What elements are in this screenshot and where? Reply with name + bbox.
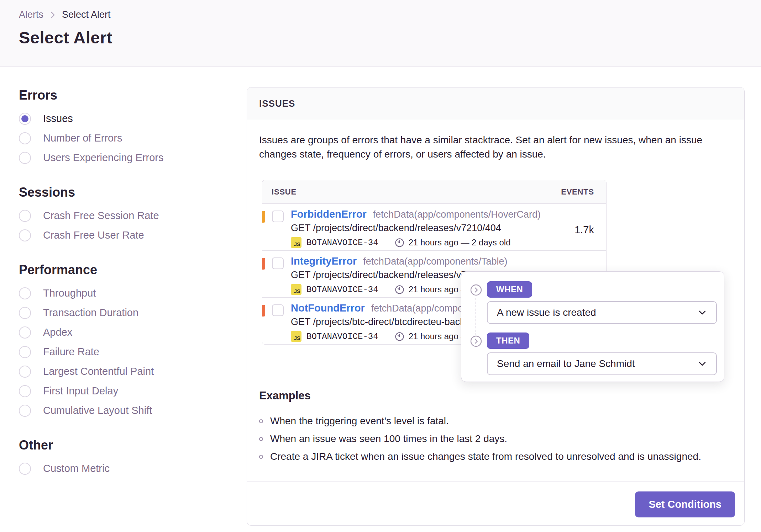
radio-option-failure-rate[interactable]: Failure Rate — [19, 342, 232, 362]
when-badge: WHEN — [487, 281, 532, 298]
radio-button[interactable] — [19, 463, 31, 475]
bullet-icon — [259, 437, 263, 441]
radio-button[interactable] — [19, 405, 31, 417]
group-sessions: Sessions Crash Free Session Rate Crash F… — [19, 185, 232, 245]
radio-button[interactable] — [19, 152, 31, 164]
issue-title-link[interactable]: NotFoundError — [291, 302, 365, 314]
then-action-value: Send an email to Jane Schmidt — [497, 358, 635, 369]
example-item: When an issue was seen 100 times in the … — [259, 430, 701, 448]
javascript-platform-icon: JS — [291, 237, 301, 248]
bullet-icon — [259, 419, 263, 423]
level-indicator — [262, 305, 265, 316]
clock-icon — [395, 285, 404, 294]
radio-button[interactable] — [19, 287, 31, 299]
panel-footer: Set Conditions — [247, 482, 744, 525]
issue-title-link[interactable]: ForbiddenError — [291, 208, 367, 220]
issue-checkbox[interactable] — [272, 304, 284, 316]
then-badge: THEN — [487, 332, 529, 349]
issue-culprit: fetchData(app/components/Table) — [363, 256, 507, 267]
radio-option-throughput[interactable]: Throughput — [19, 283, 232, 303]
column-events: EVENTS — [561, 187, 594, 197]
breadcrumb-current: Select Alert — [62, 9, 111, 20]
radio-option-crash-free-user-rate[interactable]: Crash Free User Rate — [19, 225, 232, 245]
radio-option-crash-free-session-rate[interactable]: Crash Free Session Rate — [19, 206, 232, 225]
radio-option-issues[interactable]: Issues — [19, 109, 232, 128]
issue-short-id: BOTANAVOICE-34 — [306, 332, 378, 341]
when-condition-value: A new issue is created — [497, 307, 596, 318]
bullet-icon — [259, 455, 263, 459]
radio-label: Failure Rate — [43, 346, 99, 358]
radio-label: Custom Metric — [43, 463, 110, 474]
connector-line — [476, 298, 476, 335]
group-heading: Sessions — [19, 185, 232, 200]
issue-age: 21 hours ago — 2 days old — [409, 238, 511, 248]
set-conditions-button[interactable]: Set Conditions — [635, 491, 735, 517]
radio-button[interactable] — [19, 346, 31, 358]
table-header-row: ISSUE EVENTS — [262, 180, 606, 203]
radio-label: Issues — [43, 113, 73, 124]
radio-label: Crash Free User Rate — [43, 229, 144, 241]
radio-option-transaction-duration[interactable]: Transaction Duration — [19, 303, 232, 323]
example-item: Create a JIRA ticket when an issue chang… — [259, 448, 701, 465]
group-heading: Other — [19, 437, 232, 453]
column-issue: ISSUE — [272, 187, 296, 197]
chevron-circle-icon — [470, 284, 482, 296]
chevron-right-icon — [50, 11, 56, 19]
radio-label: Throughput — [43, 287, 96, 299]
radio-label: Transaction Duration — [43, 307, 138, 319]
javascript-platform-icon: JS — [291, 284, 301, 295]
radio-option-largest-contentful-paint[interactable]: Largest Contentful Paint — [19, 362, 232, 381]
radio-option-apdex[interactable]: Apdex — [19, 323, 232, 342]
example-item: When the triggering event's level is fat… — [259, 412, 701, 430]
radio-label: Apdex — [43, 326, 72, 338]
panel-header: ISSUES — [247, 87, 744, 120]
radio-button[interactable] — [19, 366, 31, 378]
level-indicator — [262, 258, 265, 270]
group-performance: Performance Throughput Transaction Durat… — [19, 262, 232, 420]
select-alert-page: Alerts Select Alert Select Alert Errors … — [0, 0, 761, 532]
radio-option-cumulative-layout-shift[interactable]: Cumulative Layout Shift — [19, 401, 232, 420]
radio-button[interactable] — [19, 113, 31, 125]
issue-checkbox[interactable] — [272, 257, 284, 269]
radio-button[interactable] — [19, 229, 31, 241]
breadcrumb: Alerts Select Alert — [19, 9, 111, 20]
issue-message: GET /projects/direct/backend/releases/v7… — [291, 223, 563, 234]
issue-short-id: BOTANAVOICE-34 — [306, 238, 378, 248]
group-errors: Errors Issues Number of Errors Users Exp… — [19, 87, 232, 167]
level-indicator — [262, 211, 265, 223]
radio-option-custom-metric[interactable]: Custom Metric — [19, 459, 232, 478]
when-condition-select[interactable]: A new issue is created — [487, 301, 717, 324]
radio-label: Crash Free Session Rate — [43, 210, 159, 222]
chevron-circle-icon — [470, 335, 482, 347]
radio-option-first-input-delay[interactable]: First Input Delay — [19, 381, 232, 401]
group-heading: Errors — [19, 87, 232, 103]
examples-list: When the triggering event's level is fat… — [259, 412, 701, 465]
radio-button[interactable] — [19, 307, 31, 319]
breadcrumb-alerts-link[interactable]: Alerts — [19, 9, 43, 20]
issue-row-forbiddenerror[interactable]: ForbiddenError fetchData(app/components/… — [262, 203, 606, 250]
radio-button[interactable] — [19, 210, 31, 222]
page-title: Select Alert — [19, 28, 112, 47]
radio-button[interactable] — [19, 132, 31, 144]
radio-option-number-of-errors[interactable]: Number of Errors — [19, 128, 232, 148]
group-heading: Performance — [19, 262, 232, 278]
radio-option-users-experiencing-errors[interactable]: Users Experiencing Errors — [19, 148, 232, 167]
radio-label: Number of Errors — [43, 132, 122, 144]
radio-button[interactable] — [19, 385, 31, 397]
issue-title-link[interactable]: IntegrityError — [291, 255, 357, 267]
clock-icon — [395, 332, 404, 341]
clock-icon — [395, 238, 404, 248]
radio-label: Cumulative Layout Shift — [43, 405, 152, 416]
issue-culprit: fetchData(app/components/HoverCard) — [373, 209, 541, 220]
radio-label: Largest Contentful Paint — [43, 366, 154, 377]
panel-title: ISSUES — [259, 98, 295, 109]
alert-type-sidebar: Errors Issues Number of Errors Users Exp… — [19, 87, 232, 495]
then-action-select[interactable]: Send an email to Jane Schmidt — [487, 352, 717, 375]
alert-rule-preview-card: WHEN A new issue is created THEN Send an… — [461, 271, 724, 382]
issue-checkbox[interactable] — [272, 211, 284, 222]
chevron-down-icon — [697, 358, 708, 369]
radio-button[interactable] — [19, 326, 31, 339]
radio-label: First Input Delay — [43, 385, 118, 397]
events-count: 1.7k — [574, 224, 594, 236]
examples-section: Examples When the triggering event's lev… — [259, 389, 701, 465]
